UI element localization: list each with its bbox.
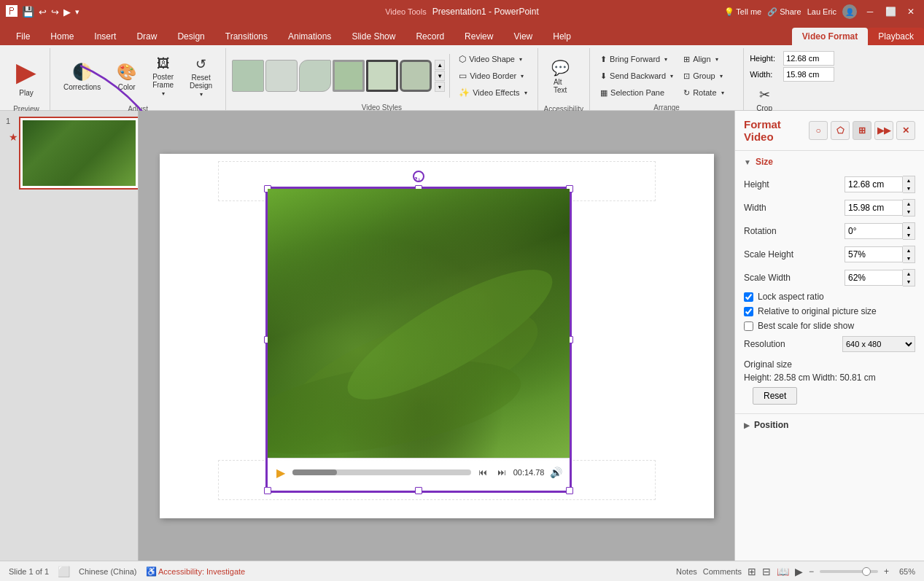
height-up[interactable]: ▲ [903,176,915,184]
reset-button[interactable]: Reset [753,387,797,405]
tab-review[interactable]: Review [454,28,503,45]
video-border-button[interactable]: ▭ Video Border ▾ [454,68,531,84]
zoom-slider[interactable] [820,570,878,573]
comments-btn[interactable]: Comments [703,567,742,576]
bring-forward-button[interactable]: ⬆ Bring Forward ▾ [596,51,678,67]
handle-bottom-right[interactable] [566,487,573,494]
vstyle-expand[interactable]: ▾ [435,82,445,92]
vstyle-6[interactable] [400,60,432,92]
quick-access-save[interactable]: 💾 [22,6,34,17]
crop-button[interactable]: ✂ Crop [750,85,779,114]
view-slide-sorter-btn[interactable]: ⊟ [762,566,771,577]
width-ribbon-input[interactable] [783,67,834,82]
rotate-button[interactable]: ↻ Rotate ▾ [679,85,737,101]
scale-height-up[interactable]: ▲ [903,246,915,254]
scale-height-input[interactable] [845,246,903,262]
video-shape-button[interactable]: ⬡ Video Shape ▾ [454,51,531,67]
alt-text-button[interactable]: 💬 AltText [544,51,577,102]
rotation-up[interactable]: ▲ [903,223,915,231]
play-button[interactable]: ▶ Play [9,51,44,102]
resolution-select[interactable]: 640 x 480 800 x 600 1024 x 768 [842,336,915,352]
share-btn[interactable]: 🔗 Share [767,7,801,17]
group-button[interactable]: ⊡ Group ▾ [679,68,737,84]
lock-aspect-checkbox[interactable] [744,292,753,302]
tab-slideshow[interactable]: Slide Show [341,28,405,45]
tab-playback[interactable]: Playback [868,28,924,45]
volume-btn[interactable]: 🔊 [549,465,564,480]
quick-access-redo[interactable]: ↪ [51,7,59,17]
restore-btn[interactable]: ⬜ [883,4,898,19]
vstyle-2[interactable] [265,60,298,92]
scale-width-input[interactable] [845,270,903,286]
tab-file[interactable]: File [6,28,40,45]
size-section-header[interactable]: ▼ Size [735,151,924,173]
vstyle-1[interactable] [232,60,264,92]
send-backward-button[interactable]: ⬇ Send Backward ▾ [596,68,678,84]
progress-bar[interactable] [292,469,471,475]
panel-icon-effects[interactable]: ⊞ [853,121,871,140]
play-control-btn[interactable]: ▶ [273,465,288,480]
reset-design-button[interactable]: ↺ ResetDesign ▾ [182,51,220,102]
tab-animations[interactable]: Animations [278,28,341,45]
zoom-in-btn[interactable]: + [884,566,889,577]
video-effects-button[interactable]: ✨ Video Effects ▾ [454,85,531,101]
poster-frame-button[interactable]: 🖼 PosterFrame ▾ [145,51,181,102]
vstyle-up[interactable]: ▲ [435,60,445,70]
zoom-out-btn[interactable]: − [809,566,814,577]
width-input[interactable] [845,200,903,216]
slide-thumb-1[interactable] [19,117,139,190]
tab-design[interactable]: Design [167,28,214,45]
minimize-btn[interactable]: ─ [863,4,877,19]
width-down[interactable]: ▼ [903,208,915,216]
view-presenter-btn[interactable]: ▶ [795,566,803,577]
quick-access-present[interactable]: ▶ [63,7,71,17]
height-down[interactable]: ▼ [903,184,915,192]
corrections-button[interactable]: 🌓 Corrections [56,51,108,102]
slide-layout-icon[interactable]: ⬜ [58,566,70,577]
align-button[interactable]: ⊞ Align ▾ [679,51,737,67]
scale-width-down[interactable]: ▼ [903,278,915,286]
selection-pane-button[interactable]: ▦ Selection Pane [596,85,678,101]
height-ribbon-input[interactable] [783,51,834,66]
tab-insert[interactable]: Insert [84,28,126,45]
tab-record[interactable]: Record [405,28,454,45]
best-scale-checkbox[interactable] [744,321,753,331]
height-input[interactable] [845,176,903,192]
rewind-btn[interactable]: ⏮ [475,465,490,480]
view-normal-btn[interactable]: ⊞ [748,566,756,577]
position-header[interactable]: ▶ Position [735,414,924,436]
vstyle-3[interactable] [299,60,331,92]
tab-view[interactable]: View [503,28,543,45]
tab-video-format[interactable]: Video Format [792,28,868,45]
vstyle-down[interactable]: ▼ [435,71,445,81]
panel-icon-video[interactable]: ▶▶ [874,121,893,140]
video-element[interactable]: ↻ [265,187,572,493]
notes-btn[interactable]: Notes [676,567,697,576]
tab-home[interactable]: Home [40,28,84,45]
vstyle-4[interactable] [333,60,365,92]
quick-access-undo[interactable]: ↩ [39,7,47,17]
view-reading-btn[interactable]: 📖 [777,566,789,577]
vstyle-5[interactable] [366,60,398,92]
tab-help[interactable]: Help [543,28,581,45]
rotate-handle[interactable]: ↻ [413,171,424,182]
scale-width-up[interactable]: ▲ [903,270,915,278]
tell-me-btn[interactable]: 💡 Tell me [724,7,762,17]
panel-icon-circle[interactable]: ○ [809,121,828,140]
tab-draw[interactable]: Draw [126,28,167,45]
close-btn[interactable]: ✕ [904,4,918,19]
handle-bottom-left[interactable] [264,487,271,494]
color-button[interactable]: 🎨 Color [109,51,144,102]
rotation-input[interactable] [845,223,903,239]
panel-close-btn[interactable]: ✕ [896,121,915,140]
panel-icon-pentagon[interactable]: ⬠ [831,121,850,140]
width-up[interactable]: ▲ [903,200,915,208]
quick-access-more[interactable]: ▾ [75,7,79,17]
relative-size-checkbox[interactable] [744,307,753,316]
handle-bottom-middle[interactable] [415,487,422,494]
forward-btn[interactable]: ⏭ [494,465,509,480]
scale-height-down[interactable]: ▼ [903,254,915,262]
tab-transitions[interactable]: Transitions [215,28,278,45]
zoom-level[interactable]: 65% [895,567,915,576]
accessibility-text[interactable]: Accessibility: Investigate [158,567,245,576]
